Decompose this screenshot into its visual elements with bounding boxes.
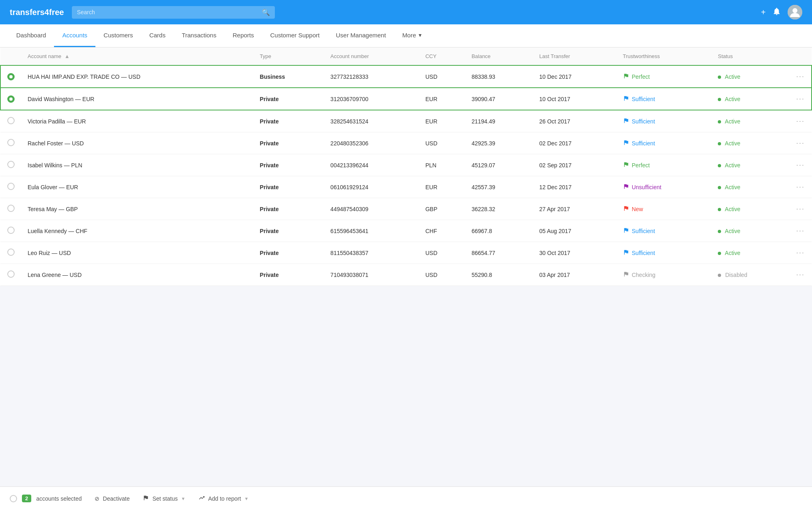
row-trust: New bbox=[616, 198, 711, 220]
notification-icon[interactable] bbox=[772, 7, 781, 18]
row-more-button[interactable]: ··· bbox=[796, 205, 805, 213]
row-account-name: Luella Kennedy — CHF bbox=[21, 220, 253, 242]
row-account-number: 327732128333 bbox=[324, 65, 419, 88]
nav-user-management[interactable]: User Management bbox=[328, 24, 394, 47]
row-more-cell[interactable]: ··· bbox=[790, 242, 812, 264]
search-input[interactable] bbox=[77, 9, 259, 15]
trust-flag-icon bbox=[623, 271, 629, 279]
row-checkbox-cell[interactable] bbox=[0, 132, 21, 154]
row-more-cell[interactable]: ··· bbox=[790, 220, 812, 242]
row-status: Active bbox=[711, 154, 790, 176]
row-ccy: USD bbox=[419, 242, 465, 264]
row-checkbox-cell[interactable] bbox=[0, 198, 21, 220]
col-account-name[interactable]: Account name ▲ bbox=[21, 48, 253, 65]
row-radio[interactable] bbox=[7, 95, 15, 103]
row-more-cell[interactable]: ··· bbox=[790, 176, 812, 198]
trust-label: Sufficient bbox=[632, 118, 655, 125]
status-label: Active bbox=[725, 228, 740, 234]
row-more-button[interactable]: ··· bbox=[796, 161, 805, 169]
row-type: Private bbox=[253, 242, 324, 264]
nav-customer-support[interactable]: Customer Support bbox=[262, 24, 328, 47]
row-radio[interactable] bbox=[7, 205, 15, 212]
status-label: Active bbox=[725, 184, 740, 190]
row-radio[interactable] bbox=[7, 73, 15, 80]
row-account-number: 004213396244 bbox=[324, 154, 419, 176]
row-ccy: EUR bbox=[419, 110, 465, 132]
row-checkbox-cell[interactable] bbox=[0, 65, 21, 88]
row-radio[interactable] bbox=[7, 139, 15, 146]
nav-customers[interactable]: Customers bbox=[95, 24, 141, 47]
row-ccy: USD bbox=[419, 264, 465, 286]
row-status: Active bbox=[711, 110, 790, 132]
row-more-button[interactable]: ··· bbox=[796, 95, 805, 103]
trust-label: Checking bbox=[632, 272, 655, 278]
row-more-cell[interactable]: ··· bbox=[790, 154, 812, 176]
col-balance: Balance bbox=[465, 48, 533, 65]
row-account-number: 615596453641 bbox=[324, 220, 419, 242]
row-checkbox-cell[interactable] bbox=[0, 154, 21, 176]
row-checkbox-cell[interactable] bbox=[0, 88, 21, 110]
row-checkbox-cell[interactable] bbox=[0, 220, 21, 242]
row-radio[interactable] bbox=[7, 183, 15, 190]
row-ccy: EUR bbox=[419, 176, 465, 198]
table-row: Eula Glover — EUR Private 061061929124 E… bbox=[0, 176, 812, 198]
row-more-cell[interactable]: ··· bbox=[790, 198, 812, 220]
row-radio[interactable] bbox=[7, 161, 15, 168]
nav-cards[interactable]: Cards bbox=[141, 24, 174, 47]
row-more-button[interactable]: ··· bbox=[796, 139, 805, 147]
trust-label: New bbox=[632, 206, 643, 212]
row-checkbox-cell[interactable] bbox=[0, 176, 21, 198]
row-more-button[interactable]: ··· bbox=[796, 117, 805, 125]
col-actions bbox=[790, 48, 812, 65]
row-balance: 42557.39 bbox=[465, 176, 533, 198]
table-row: Teresa May — GBP Private 449487540309 GB… bbox=[0, 198, 812, 220]
row-checkbox-cell[interactable] bbox=[0, 242, 21, 264]
row-trust: Sufficient bbox=[616, 220, 711, 242]
row-radio[interactable] bbox=[7, 249, 15, 256]
status-dot bbox=[718, 230, 721, 233]
status-dot bbox=[718, 120, 721, 123]
add-icon[interactable]: + bbox=[761, 8, 766, 17]
trust-flag-icon bbox=[623, 73, 629, 80]
col-checkbox bbox=[0, 48, 21, 65]
row-more-button[interactable]: ··· bbox=[796, 227, 805, 235]
row-balance: 86654.77 bbox=[465, 242, 533, 264]
avatar[interactable] bbox=[788, 5, 802, 19]
row-more-button[interactable]: ··· bbox=[796, 72, 805, 80]
row-more-cell[interactable]: ··· bbox=[790, 132, 812, 154]
row-balance: 21194.49 bbox=[465, 110, 533, 132]
row-trust: Sufficient bbox=[616, 132, 711, 154]
nav-transactions[interactable]: Transactions bbox=[174, 24, 225, 47]
status-label: Disabled bbox=[725, 272, 747, 278]
nav-dashboard[interactable]: Dashboard bbox=[8, 24, 54, 47]
status-dot bbox=[718, 208, 721, 211]
row-more-cell[interactable]: ··· bbox=[790, 88, 812, 110]
nav-reports[interactable]: Reports bbox=[225, 24, 262, 47]
trust-flag-icon bbox=[623, 183, 629, 191]
accounts-table: Account name ▲ Type Account number CCY B… bbox=[0, 48, 812, 286]
row-radio[interactable] bbox=[7, 227, 15, 234]
row-more-button[interactable]: ··· bbox=[796, 249, 805, 257]
search-bar[interactable]: 🔍 bbox=[72, 6, 275, 19]
row-more-button[interactable]: ··· bbox=[796, 270, 805, 279]
status-dot bbox=[718, 164, 721, 167]
row-radio[interactable] bbox=[7, 270, 15, 278]
nav-more[interactable]: More ▼ bbox=[394, 24, 431, 47]
row-more-button[interactable]: ··· bbox=[796, 183, 805, 191]
row-account-number: 328254631524 bbox=[324, 110, 419, 132]
row-more-cell[interactable]: ··· bbox=[790, 110, 812, 132]
row-checkbox-cell[interactable] bbox=[0, 264, 21, 286]
row-balance: 45129.07 bbox=[465, 154, 533, 176]
row-ccy: GBP bbox=[419, 198, 465, 220]
row-account-name: Isabel Wilkins — PLN bbox=[21, 154, 253, 176]
col-trustworthiness: Trustworthiness bbox=[616, 48, 711, 65]
row-more-cell[interactable]: ··· bbox=[790, 264, 812, 286]
row-radio[interactable] bbox=[7, 117, 15, 124]
row-last-transfer: 30 Oct 2017 bbox=[533, 242, 616, 264]
row-more-cell[interactable]: ··· bbox=[790, 65, 812, 88]
status-dot bbox=[718, 252, 721, 255]
nav-accounts[interactable]: Accounts bbox=[54, 24, 95, 47]
row-checkbox-cell[interactable] bbox=[0, 110, 21, 132]
trust-label: Sufficient bbox=[632, 96, 655, 102]
row-status: Active bbox=[711, 198, 790, 220]
